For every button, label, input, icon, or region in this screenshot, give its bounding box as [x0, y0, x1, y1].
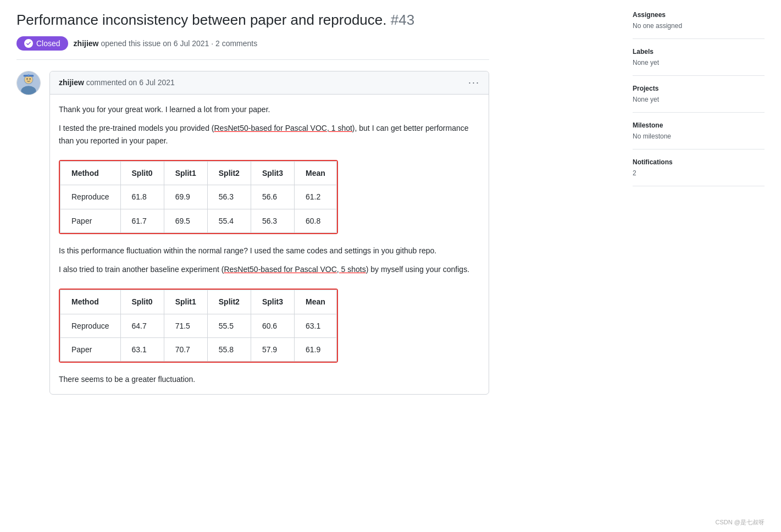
paragraph-2: I tested the pre-trained models you prov… [59, 122, 480, 147]
p3-text: Is this performance fluctuation within t… [59, 246, 436, 255]
table2-cell-r0-c0: Reproduce [60, 314, 121, 337]
table2-cell-r1-c4: 57.9 [251, 338, 294, 362]
table1-cell-r1-c0: Paper [60, 209, 121, 232]
table2-cell-r1-c5: 61.9 [295, 338, 337, 362]
p2-pre: I tested the pre-trained models you prov… [59, 124, 214, 132]
table1-row: Reproduce61.869.956.356.661.2 [60, 185, 337, 209]
table1-col-method: Method [60, 161, 121, 185]
table2-cell-r1-c2: 70.7 [164, 338, 207, 362]
table1-header-row: Method Split0 Split1 Split2 Split3 Mean [60, 161, 337, 185]
sidebar-assignees: Assignees No one assigned [633, 11, 765, 39]
paragraph-4: I also tried to train another baseline e… [59, 263, 480, 275]
comment-author-link[interactable]: zhijiew [59, 78, 84, 87]
sidebar-projects: Projects None yet [633, 85, 765, 113]
svg-point-4 [26, 78, 27, 79]
status-label: Closed [36, 39, 60, 48]
table1-col-split3: Split3 [251, 161, 294, 185]
projects-title: Projects [633, 85, 765, 92]
svg-point-7 [27, 74, 29, 76]
check-circle-icon [24, 39, 33, 48]
table1-cell-r0-c4: 56.6 [251, 185, 294, 209]
closed-badge: Closed [16, 36, 68, 51]
author-link[interactable]: zhijiew [74, 39, 99, 48]
assignees-value: No one assigned [633, 22, 765, 30]
milestone-value: No milestone [633, 132, 765, 140]
p2-link: ResNet50-based for Pascal VOC, 1 shot [214, 124, 352, 132]
comment-section: zhijiew commented on 6 Jul 2021 ··· Than… [16, 71, 489, 395]
table2-cell-r0-c3: 55.5 [207, 314, 251, 337]
table1-cell-r0-c5: 61.2 [295, 185, 337, 209]
table2-row: Reproduce64.771.555.560.663.1 [60, 314, 337, 337]
table1: Method Split0 Split1 Split2 Split3 Mean … [60, 161, 337, 233]
opened-text: opened this issue on 6 Jul 2021 · 2 comm… [101, 39, 257, 48]
table2-col-split0: Split0 [120, 290, 164, 314]
svg-point-5 [30, 78, 31, 79]
table2-header-row: Method Split0 Split1 Split2 Split3 Mean [60, 290, 337, 314]
table1-cell-r1-c2: 69.5 [164, 209, 207, 232]
table1-cell-r1-c3: 55.4 [207, 209, 251, 232]
issue-meta-text: zhijiew opened this issue on 6 Jul 2021 … [74, 39, 258, 48]
table2-col-mean: Mean [295, 290, 337, 314]
table2: Method Split0 Split1 Split2 Split3 Mean … [60, 290, 337, 362]
table2-cell-r0-c1: 64.7 [120, 314, 164, 337]
table1-col-split1: Split1 [164, 161, 207, 185]
table1-col-split2: Split2 [207, 161, 251, 185]
p4-post: ) by myself using your configs. [366, 265, 469, 274]
table1-col-mean: Mean [295, 161, 337, 185]
more-options-button[interactable]: ··· [468, 77, 480, 88]
paragraph-1: Thank you for your great work. I learned… [59, 103, 480, 115]
issue-meta: Closed zhijiew opened this issue on 6 Ju… [16, 36, 489, 60]
table1-cell-r1-c1: 61.7 [120, 209, 164, 232]
sidebar: Assignees No one assigned Labels None ye… [633, 11, 765, 195]
sidebar-labels: Labels None yet [633, 48, 765, 76]
notifications-value: 2 [633, 169, 765, 177]
table2-wrapper: Method Split0 Split1 Split2 Split3 Mean … [59, 289, 338, 363]
comment-header: zhijiew commented on 6 Jul 2021 ··· [50, 71, 489, 95]
table2-cell-r1-c0: Paper [60, 338, 121, 362]
assignees-title: Assignees [633, 11, 765, 19]
labels-title: Labels [633, 48, 765, 56]
table1-cell-r0-c3: 56.3 [207, 185, 251, 209]
comment-date: commented on 6 Jul 2021 [86, 78, 175, 87]
comment-body: Thank you for your great work. I learned… [50, 95, 489, 394]
watermark: CSDN @是七叔呀 [716, 518, 765, 527]
table2-row: Paper63.170.755.857.961.9 [60, 338, 337, 362]
table2-col-split1: Split1 [164, 290, 207, 314]
labels-value: None yet [633, 59, 765, 66]
avatar [16, 71, 41, 95]
issue-number: #43 [391, 12, 414, 28]
table2-cell-r1-c1: 63.1 [120, 338, 164, 362]
projects-value: None yet [633, 96, 765, 103]
table1-row: Paper61.769.555.456.360.8 [60, 209, 337, 232]
table1-cell-r0-c2: 69.9 [164, 185, 207, 209]
milestone-title: Milestone [633, 121, 765, 129]
table1-cell-r0-c1: 61.8 [120, 185, 164, 209]
paragraph-3: Is this performance fluctuation within t… [59, 245, 480, 257]
issue-title: Performance inconsistency between paper … [16, 11, 489, 30]
paragraph-5: There seems to be a greater fluctuation. [59, 373, 480, 385]
table1-col-split0: Split0 [120, 161, 164, 185]
p5-text: There seems to be a greater fluctuation. [59, 375, 195, 384]
comment-box: zhijiew commented on 6 Jul 2021 ··· Than… [49, 71, 489, 395]
sidebar-milestone: Milestone No milestone [633, 121, 765, 149]
svg-point-3 [25, 75, 33, 84]
p1-text: Thank you for your great work. I learned… [59, 105, 270, 114]
table1-cell-r1-c5: 60.8 [295, 209, 337, 232]
table1-wrapper: Method Split0 Split1 Split2 Split3 Mean … [59, 160, 338, 234]
table1-cell-r0-c0: Reproduce [60, 185, 121, 209]
comment-header-left: zhijiew commented on 6 Jul 2021 [59, 78, 175, 87]
table1-cell-r1-c4: 56.3 [251, 209, 294, 232]
table2-cell-r0-c2: 71.5 [164, 314, 207, 337]
table2-col-split2: Split2 [207, 290, 251, 314]
notifications-title: Notifications [633, 158, 765, 166]
p4-pre: I also tried to train another baseline e… [59, 265, 224, 274]
sidebar-notifications: Notifications 2 [633, 158, 765, 186]
table2-col-method: Method [60, 290, 121, 314]
issue-title-text: Performance inconsistency between paper … [16, 12, 387, 28]
p4-link: ResNet50-based for Pascal VOC, 5 shots [224, 265, 365, 274]
table2-cell-r0-c4: 60.6 [251, 314, 294, 337]
table2-cell-r0-c5: 63.1 [295, 314, 337, 337]
table2-cell-r1-c3: 55.8 [207, 338, 251, 362]
table2-col-split3: Split3 [251, 290, 294, 314]
